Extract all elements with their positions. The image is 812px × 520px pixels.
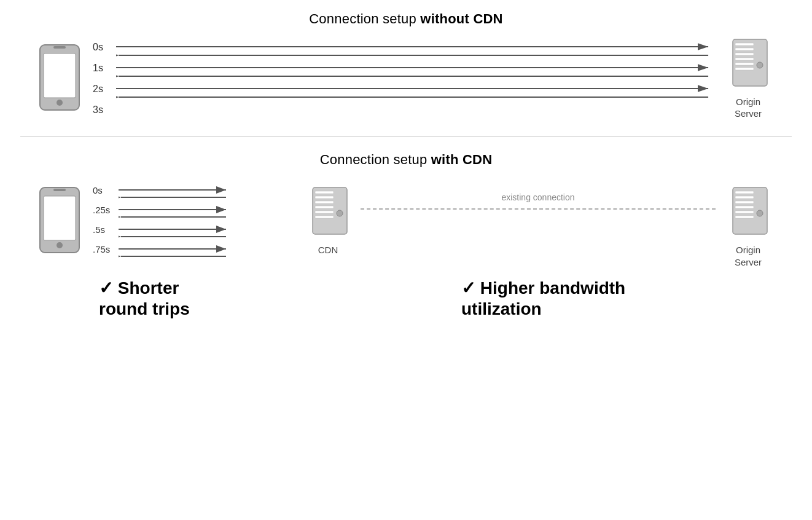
- time-label-3s: 3s: [93, 104, 103, 116]
- top-title: Connection setup without CDN: [309, 11, 502, 27]
- svg-rect-13: [735, 43, 754, 45]
- svg-rect-45: [735, 201, 754, 203]
- benefit-bandwidth: ✓ Higher bandwidth utilization: [338, 278, 775, 319]
- cdn-time-5s: .5s: [93, 224, 105, 235]
- svg-rect-18: [735, 68, 754, 70]
- time-label-0s: 0s: [93, 42, 103, 53]
- bottom-title: Connection setup with CDN: [320, 152, 493, 168]
- top-timeline: 0s 1s 2s 3s: [93, 36, 722, 122]
- svg-rect-40: [315, 216, 334, 218]
- top-server-label: OriginServer: [735, 96, 762, 120]
- top-title-normal: Connection setup: [309, 11, 420, 26]
- benefit-bandwidth-text: ✓ Higher bandwidth utilization: [461, 278, 625, 318]
- bottom-server-wrapper: OriginServer: [722, 186, 775, 268]
- svg-rect-48: [735, 216, 754, 218]
- top-server-wrapper: OriginServer: [722, 38, 775, 120]
- svg-rect-14: [735, 48, 754, 50]
- svg-rect-39: [315, 211, 334, 213]
- benefit-shorter: ✓ Shorter round trips: [93, 278, 338, 319]
- svg-rect-46: [735, 206, 754, 208]
- top-arrows-svg: [116, 36, 722, 122]
- top-title-bold: without CDN: [420, 11, 502, 26]
- svg-rect-43: [735, 191, 754, 194]
- cdn-time-0s: 0s: [93, 185, 103, 195]
- phone-icon: [37, 44, 93, 114]
- svg-point-19: [757, 62, 763, 68]
- svg-rect-22: [53, 189, 66, 191]
- bottom-title-normal: Connection setup: [320, 152, 431, 167]
- svg-point-49: [757, 210, 763, 216]
- svg-point-23: [57, 242, 63, 248]
- top-diagram-row: 0s 1s 2s 3s: [37, 36, 775, 122]
- svg-rect-21: [44, 196, 76, 240]
- svg-rect-16: [735, 58, 754, 60]
- svg-rect-17: [735, 63, 754, 65]
- cdn-label: CDN: [318, 244, 338, 256]
- svg-rect-2: [53, 46, 66, 49]
- top-section: Connection setup without CDN 0s 1s 2s 3s: [0, 0, 812, 133]
- benefits-row: ✓ Shorter round trips ✓ Higher bandwidth…: [37, 278, 775, 319]
- svg-rect-38: [315, 206, 334, 208]
- svg-rect-44: [735, 196, 754, 199]
- cdn-time-25s: .25s: [93, 205, 110, 215]
- svg-point-41: [337, 210, 343, 216]
- svg-point-3: [57, 100, 63, 106]
- bottom-phone-icon: [37, 186, 93, 256]
- svg-rect-35: [315, 191, 334, 194]
- svg-rect-1: [44, 53, 76, 98]
- cdn-timeline: 0s .25s .5s .75s: [93, 180, 302, 266]
- bottom-title-bold: with CDN: [431, 152, 493, 167]
- cdn-arrows-svg: [119, 180, 241, 266]
- dotted-line: [361, 208, 716, 210]
- cdn-time-75s: .75s: [93, 244, 110, 254]
- svg-rect-36: [315, 196, 334, 199]
- svg-rect-47: [735, 211, 754, 213]
- existing-connection-area: existing connection: [361, 180, 716, 266]
- svg-rect-15: [735, 53, 754, 55]
- svg-rect-37: [315, 201, 334, 203]
- section-divider: [20, 136, 792, 137]
- benefit-shorter-text: ✓ Shorter round trips: [99, 278, 190, 318]
- time-label-1s: 1s: [93, 63, 103, 74]
- existing-connection-label: existing connection: [501, 192, 574, 202]
- time-label-2s: 2s: [93, 84, 103, 95]
- bottom-diagram-row: 0s .25s .5s .75s: [37, 180, 775, 268]
- cdn-server-wrapper: CDN: [302, 186, 354, 256]
- bottom-server-label: OriginServer: [735, 244, 762, 268]
- bottom-section: Connection setup with CDN 0s .25s .5s .7…: [0, 146, 812, 330]
